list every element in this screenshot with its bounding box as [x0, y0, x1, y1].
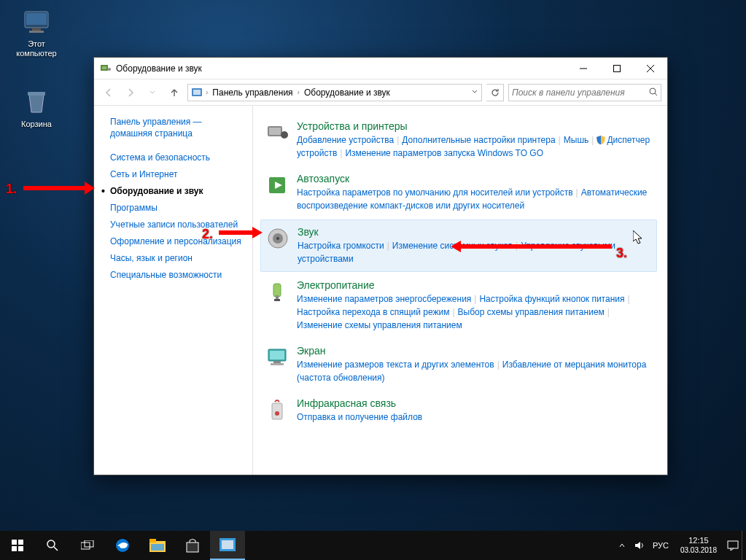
taskbar: РУС 12:15 03.03.2018 — [0, 531, 746, 560]
category-title[interactable]: Электропитание — [297, 279, 653, 291]
svg-rect-42 — [18, 546, 23, 551]
svg-rect-26 — [274, 299, 280, 301]
up-button[interactable] — [166, 84, 183, 101]
breadcrumb[interactable]: › Панель управления › Оборудование и зву… — [187, 84, 482, 101]
link-divider: | — [607, 307, 610, 317]
category: Инфракрасная связьОтправка и получение ф… — [260, 392, 657, 429]
link-divider: | — [576, 187, 578, 198]
category-links: Добавление устройства|Дополнительные нас… — [297, 133, 653, 160]
desktop-this-pc[interactable]: Этот компьютер — [9, 7, 64, 58]
category-title[interactable]: Автозапуск — [297, 173, 653, 184]
search-box[interactable] — [508, 84, 661, 101]
category-icon — [265, 279, 290, 304]
category: ЭкранИзменение размеров текста и других … — [260, 339, 657, 390]
category-title[interactable]: Устройства и принтеры — [297, 120, 653, 132]
category-icon — [265, 345, 290, 370]
category-title[interactable]: Звук — [298, 226, 652, 238]
category-link[interactable]: Настройка параметров по умолчанию для но… — [297, 187, 573, 198]
forward-button[interactable] — [122, 84, 139, 101]
action-center-icon[interactable] — [724, 531, 742, 560]
minimize-button[interactable] — [567, 58, 600, 79]
crumb-current[interactable]: Оборудование и звук — [303, 88, 392, 98]
link-divider: | — [387, 241, 389, 251]
svg-rect-49 — [149, 539, 156, 542]
category-link[interactable]: Настройка громкости — [298, 241, 384, 251]
sidebar-item[interactable]: Система и безопасность — [110, 149, 244, 166]
clock-time: 12:15 — [680, 536, 717, 545]
address-bar: › Панель управления › Оборудование и зву… — [94, 79, 667, 106]
link-divider: | — [627, 294, 629, 304]
control-panel-icon — [191, 87, 203, 98]
category-link[interactable]: Изменение размеров текста и других элеме… — [297, 359, 494, 370]
sidebar-item[interactable]: Сеть и Интернет — [110, 166, 244, 183]
category: Устройства и принтерыДобавление устройст… — [260, 114, 657, 166]
start-button[interactable] — [0, 531, 35, 560]
category-title[interactable]: Инфракрасная связь — [297, 397, 653, 409]
svg-rect-45 — [81, 542, 90, 549]
clock-date: 03.03.2018 — [680, 545, 717, 555]
category-link[interactable]: Дополнительные настройки принтера — [402, 135, 555, 145]
svg-point-23 — [276, 237, 279, 240]
category-link[interactable]: Мышь — [564, 135, 589, 145]
close-button[interactable] — [634, 58, 667, 79]
task-view-button[interactable] — [70, 531, 105, 560]
edge-icon[interactable] — [105, 531, 140, 560]
explorer-icon[interactable] — [140, 531, 175, 560]
svg-rect-3 — [29, 31, 44, 33]
tray-chevron-icon[interactable] — [613, 531, 631, 560]
annotation-2: 2. — [202, 227, 213, 242]
svg-rect-54 — [728, 541, 738, 548]
category-link[interactable]: Добавление устройства — [297, 135, 394, 145]
category-link[interactable]: Настройка функций кнопок питания — [479, 294, 624, 304]
category-links: Отправка и получение файлов — [297, 411, 653, 424]
sidebar-item[interactable]: Специальные возможности — [110, 267, 244, 284]
search-input[interactable] — [512, 88, 649, 98]
monitor-icon — [22, 7, 51, 36]
svg-rect-17 — [269, 128, 281, 135]
svg-marker-37 — [451, 241, 461, 252]
svg-rect-2 — [32, 28, 41, 31]
category-link[interactable]: Отправка и получение файлов — [297, 412, 422, 422]
back-button[interactable] — [100, 84, 117, 101]
category-link[interactable]: Изменение параметров запуска Windows TO … — [345, 148, 543, 158]
search-task-button[interactable] — [35, 531, 70, 560]
svg-rect-50 — [151, 544, 164, 551]
annotation-1: 1. — [6, 182, 17, 197]
category-title[interactable]: Экран — [297, 345, 653, 357]
chevron-down-icon[interactable] — [471, 88, 478, 97]
link-divider: | — [497, 359, 500, 370]
tray-clock[interactable]: 12:15 03.03.2018 — [673, 536, 724, 555]
category-link[interactable]: Настройка перехода в спящий режим — [297, 307, 449, 317]
svg-rect-9 — [614, 65, 621, 71]
store-icon[interactable] — [175, 531, 210, 560]
sidebar-item[interactable]: Программы — [110, 200, 244, 217]
control-panel-task[interactable] — [210, 531, 245, 560]
svg-rect-4 — [28, 92, 45, 96]
tray-volume-icon[interactable] — [631, 531, 648, 560]
sidebar-home[interactable]: Панель управления — домашняя страница — [110, 116, 244, 139]
sidebar-item[interactable]: Оборудование и звук — [110, 183, 244, 200]
show-desktop-button[interactable] — [742, 531, 746, 560]
crumb-root[interactable]: Панель управления — [211, 88, 294, 98]
link-divider: | — [591, 135, 594, 145]
search-icon[interactable] — [649, 86, 658, 99]
refresh-button[interactable] — [486, 84, 504, 101]
desktop-label: Корзина — [9, 120, 64, 129]
category-link[interactable]: Изменение схемы управления питанием — [297, 320, 462, 330]
mouse-cursor — [633, 230, 645, 248]
desktop-recycle-bin[interactable]: Корзина — [9, 88, 64, 129]
category: ЭлектропитаниеИзменение параметров энерг… — [260, 273, 657, 338]
category: АвтозапускНастройка параметров по умолча… — [260, 167, 657, 218]
shield-icon — [597, 135, 605, 144]
category-icon — [265, 173, 290, 198]
maximize-button[interactable] — [600, 58, 634, 79]
sidebar-item[interactable]: Часы, язык и регион — [110, 250, 244, 267]
desktop-label: Этот компьютер — [9, 39, 64, 58]
category-links: Изменение размеров текста и других элеме… — [297, 358, 653, 384]
tray-language[interactable]: РУС — [648, 531, 673, 560]
category-link[interactable]: Выбор схемы управления питанием — [458, 307, 605, 317]
category-link[interactable]: Изменение параметров энергосбережения — [297, 294, 471, 304]
recent-dropdown[interactable] — [144, 84, 161, 101]
svg-point-7 — [108, 68, 111, 71]
trash-icon — [22, 88, 51, 117]
